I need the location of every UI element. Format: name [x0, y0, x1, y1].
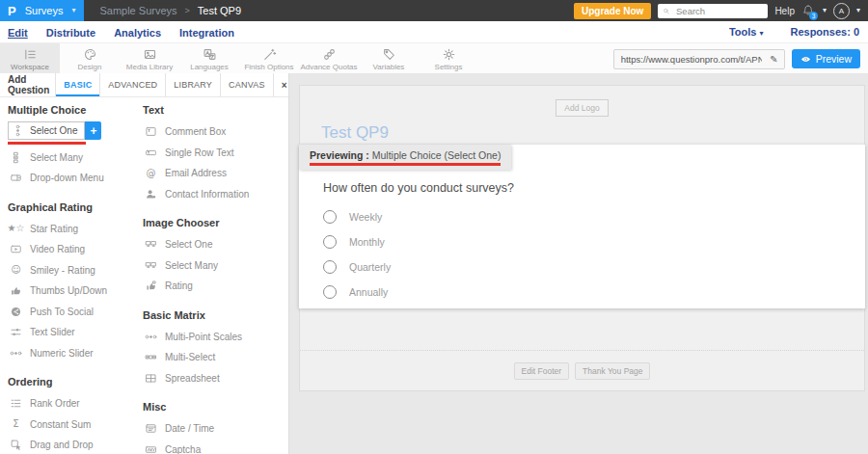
survey-url-box: ✎ — [613, 49, 785, 69]
question-type-smiley-rating[interactable]: ☺Smiley - Rating — [8, 260, 141, 281]
section-basic-matrix: Basic MatrixMulti-Point ScalesMulti-Sele… — [143, 309, 288, 389]
nav-tab-integration[interactable]: Integration — [179, 27, 234, 39]
toolbar-controls: ✎ Preview — [613, 43, 868, 74]
languages-icon — [202, 47, 218, 62]
help-link[interactable]: Help — [774, 6, 795, 16]
question-type-contact-information[interactable]: Contact Information — [143, 184, 288, 205]
radio-option-quarterly[interactable]: Quarterly — [323, 254, 865, 280]
chevron-down-icon: ▾ — [759, 29, 763, 38]
radio-button-icon[interactable] — [323, 235, 337, 249]
question-type-label: Video Rating — [30, 244, 85, 254]
question-type-select-one[interactable]: Select One — [8, 121, 85, 140]
radio-button-icon[interactable] — [323, 260, 337, 274]
section-ordering: OrderingRank OrderΣConstant SumDrag and … — [8, 376, 141, 454]
captcha-icon — [143, 443, 159, 454]
toolbar-item-settings[interactable]: Settings — [419, 43, 478, 74]
search-icon — [663, 7, 670, 15]
radio-option-weekly[interactable]: Weekly — [323, 204, 865, 229]
question-type-lists: Multiple ChoiceSelect One+Select ManyDro… — [0, 97, 288, 454]
media-library-icon — [142, 47, 158, 62]
question-type-video-rating[interactable]: Video Rating — [8, 239, 141, 260]
radio-option-monthly[interactable]: Monthly — [323, 229, 865, 254]
question-type-rating[interactable]: Rating — [143, 276, 288, 297]
panel-tab-advanced[interactable]: ADVANCED — [99, 73, 165, 96]
add-logo-button[interactable]: Add Logo — [556, 99, 608, 117]
section-image-chooser: Image ChooserSelect OneSelect ManyRating — [143, 217, 288, 297]
footer-divider — [300, 350, 864, 351]
video-rating-icon — [8, 243, 24, 255]
question-type-label: Comment Box — [165, 126, 226, 137]
upgrade-now-button[interactable]: Upgrade Now — [574, 3, 651, 19]
edit-pencil-icon[interactable]: ✎ — [764, 54, 783, 65]
thank-you-page-button[interactable]: Thank You Page — [575, 362, 650, 380]
question-column-2: TextComment BoxSingle Row Text@Email Add… — [141, 104, 288, 454]
panel-tab-canvas[interactable]: CANVAS — [220, 73, 274, 96]
question-type-captcha[interactable]: Captcha — [143, 440, 288, 454]
breadcrumb-separator: > — [185, 6, 190, 15]
radio-button-icon[interactable] — [323, 285, 337, 299]
survey-url-input[interactable] — [614, 53, 765, 66]
option-label: Annually — [349, 286, 388, 298]
question-type-select-many[interactable]: Select Many — [143, 255, 288, 277]
advance-quotas-icon — [321, 47, 338, 62]
toolbar-item-media-library[interactable]: Media Library — [120, 43, 179, 74]
survey-title[interactable]: Test QP9 — [321, 123, 864, 143]
question-type-push-to-social[interactable]: Push To Social — [8, 302, 141, 323]
nav-tab-analytics[interactable]: Analytics — [114, 27, 161, 39]
question-type-email-address[interactable]: @Email Address — [143, 163, 288, 184]
panel-tab-basic[interactable]: BASIC — [55, 73, 99, 96]
nav-tab-distribute[interactable]: Distribute — [46, 27, 95, 39]
question-type-select-one-selected: Select One+ — [8, 121, 141, 145]
question-type-label: Date / Time — [165, 423, 214, 434]
question-type-multi-point-scales[interactable]: Multi-Point Scales — [143, 327, 288, 348]
tools-menu[interactable]: Tools ▾ — [729, 26, 764, 38]
radio-button-icon[interactable] — [323, 210, 337, 224]
breadcrumb: Sample Surveys > Test QP9 — [99, 5, 241, 16]
question-type-multi-select[interactable]: Multi-Select — [143, 347, 288, 368]
question-type-select-one[interactable]: Select One — [143, 234, 288, 255]
question-type-drop-down-menu[interactable]: Drop-down Menu — [8, 168, 141, 189]
add-question-plus-button[interactable]: + — [85, 121, 101, 140]
variables-icon — [381, 47, 397, 62]
question-type-date-time[interactable]: Date / Time — [143, 418, 288, 440]
previewing-label: Previewing : Multiple Choice (Select One… — [299, 145, 511, 170]
question-type-label: Text Slider — [30, 327, 75, 337]
toolbar-item-workspace[interactable]: Workspace — [0, 43, 60, 74]
question-type-thumbs-up-down[interactable]: Thumbs Up/Down — [8, 280, 141, 302]
panel-tab-library[interactable]: LIBRARY — [165, 73, 220, 96]
product-switcher[interactable]: P Surveys ▾ — [0, 0, 84, 21]
edit-footer-button[interactable]: Edit Footer — [514, 362, 570, 380]
notifications-button[interactable]: 3 — [801, 4, 816, 18]
question-type-label: Spreadsheet — [165, 373, 220, 384]
topbar-actions: Upgrade Now Help 3 ▾ A ▾ — [574, 3, 868, 19]
question-type-spreadsheet[interactable]: Spreadsheet — [143, 368, 288, 389]
question-type-numeric-slider[interactable]: Numeric Slider — [8, 343, 141, 364]
avatar[interactable]: A — [833, 3, 850, 19]
responses-link[interactable]: Responses: 0 — [790, 26, 859, 38]
question-type-select-many[interactable]: Select Many — [8, 147, 141, 169]
toolbar-item-languages[interactable]: Languages — [179, 43, 239, 74]
question-type-label: Rating — [165, 280, 193, 291]
toolbar-item-variables[interactable]: Variables — [359, 43, 419, 74]
nav-tab-edit[interactable]: Edit — [8, 27, 28, 39]
question-type-drag-and-drop[interactable]: Drag and Drop — [8, 435, 141, 454]
question-type-star-rating[interactable]: ★☆Star Rating — [8, 219, 141, 240]
radio-option-annually[interactable]: Annually — [323, 280, 865, 305]
toolbar-item-design[interactable]: Design — [60, 43, 120, 74]
search-input[interactable] — [674, 5, 763, 17]
search-box[interactable] — [658, 4, 768, 18]
text-slider-icon — [8, 326, 24, 338]
preview-button[interactable]: Preview — [792, 49, 860, 68]
question-type-comment-box[interactable]: Comment Box — [143, 121, 288, 143]
question-type-constant-sum[interactable]: ΣConstant Sum — [8, 414, 141, 436]
question-type-single-row-text[interactable]: Single Row Text — [143, 143, 288, 164]
toolbar-item-advance-quotas[interactable]: Advance Quotas — [299, 43, 359, 74]
top-bar: P Surveys ▾ Sample Surveys > Test QP9 Up… — [0, 0, 868, 21]
question-type-label: Push To Social — [30, 307, 94, 317]
product-menu-label[interactable]: Surveys — [25, 5, 64, 16]
question-type-text-slider[interactable]: Text Slider — [8, 322, 141, 343]
question-type-rank-order[interactable]: Rank Order — [8, 393, 141, 414]
breadcrumb-parent[interactable]: Sample Surveys — [99, 5, 176, 16]
toolbar-item-finish-options[interactable]: Finish Options — [239, 43, 299, 74]
section-text: TextComment BoxSingle Row Text@Email Add… — [143, 104, 288, 204]
